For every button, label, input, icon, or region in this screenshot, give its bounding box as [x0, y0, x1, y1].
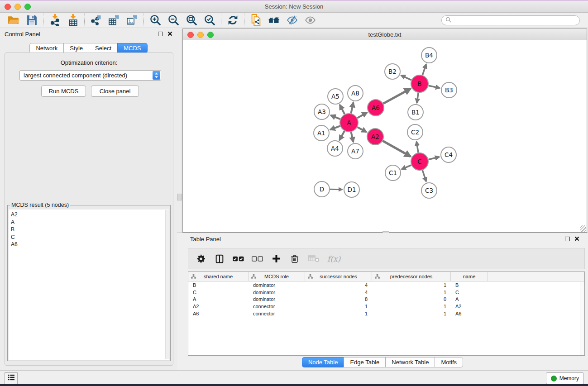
- close-panel-icon[interactable]: [167, 31, 172, 38]
- task-history-button[interactable]: [5, 372, 18, 384]
- home-view-icon[interactable]: [265, 13, 283, 28]
- node-B4[interactable]: B4: [421, 48, 437, 63]
- tab-edge-table[interactable]: Edge Table: [344, 357, 386, 367]
- show-panel-icon[interactable]: [301, 13, 319, 28]
- search-box[interactable]: [441, 15, 580, 25]
- tab-motifs[interactable]: Motifs: [435, 357, 463, 367]
- edge-A-A8[interactable]: [351, 103, 353, 114]
- edge-B-B2[interactable]: [401, 76, 411, 80]
- node-A6[interactable]: A6: [368, 100, 384, 116]
- result-list-item[interactable]: A: [11, 219, 169, 226]
- column-visibility-icon[interactable]: [214, 254, 225, 264]
- edge-C-C4[interactable]: [428, 157, 439, 160]
- save-session-icon[interactable]: [23, 13, 41, 28]
- import-table-icon[interactable]: [64, 13, 82, 28]
- mcds-result-list[interactable]: A2ABCA6: [9, 210, 169, 360]
- edge-A6-B[interactable]: [383, 89, 411, 104]
- edge-A-A7[interactable]: [351, 132, 354, 142]
- node-C3[interactable]: C3: [421, 183, 437, 198]
- edge-C-C3[interactable]: [422, 170, 426, 181]
- tab-mcds[interactable]: MCDS: [117, 43, 147, 53]
- refresh-layout-icon[interactable]: [224, 13, 242, 28]
- node-A2[interactable]: A2: [367, 129, 383, 145]
- zoom-selected-icon[interactable]: [201, 13, 219, 28]
- memory-button[interactable]: Memory: [546, 372, 584, 384]
- node-B[interactable]: B: [411, 75, 428, 92]
- node-A7[interactable]: A7: [348, 143, 363, 159]
- deselect-all-rows-icon[interactable]: [252, 256, 263, 262]
- edge-C-C1[interactable]: [402, 165, 411, 169]
- node-A3[interactable]: A3: [314, 104, 330, 119]
- table-row[interactable]: A6connector11A6: [188, 310, 584, 317]
- tab-network[interactable]: Network: [29, 43, 64, 53]
- import-network-icon[interactable]: [46, 13, 64, 28]
- search-input[interactable]: [451, 16, 579, 24]
- zoom-in-icon[interactable]: [146, 13, 164, 28]
- result-list-item[interactable]: C: [11, 234, 169, 241]
- table-settings-icon[interactable]: [196, 254, 206, 264]
- edge-A-A4[interactable]: [339, 131, 344, 140]
- float-table-panel-icon[interactable]: [565, 237, 570, 241]
- table-row[interactable]: Bdominator41B: [188, 281, 584, 289]
- node-A[interactable]: A: [340, 114, 358, 132]
- tab-node-table[interactable]: Node Table: [302, 357, 344, 367]
- export-table-icon[interactable]: [105, 13, 123, 28]
- node-D[interactable]: D: [314, 181, 330, 197]
- resize-grip[interactable]: [580, 225, 586, 232]
- table-row[interactable]: Adominator80A: [188, 296, 584, 303]
- hide-panel-icon[interactable]: [283, 13, 301, 28]
- add-column-icon[interactable]: [271, 254, 282, 263]
- result-scrollbar[interactable]: [165, 210, 169, 359]
- run-mcds-button[interactable]: Run MCDS: [41, 86, 86, 97]
- node-B1[interactable]: B1: [408, 105, 423, 120]
- open-session-icon[interactable]: [5, 13, 23, 28]
- vertical-splitter-grip[interactable]: [177, 194, 182, 200]
- tab-select[interactable]: Select: [89, 43, 118, 53]
- edge-A-A3[interactable]: [330, 115, 340, 119]
- edge-A-A5[interactable]: [340, 105, 345, 114]
- node-A1[interactable]: A1: [314, 125, 329, 141]
- float-panel-icon[interactable]: [158, 32, 163, 36]
- zoom-out-icon[interactable]: [164, 13, 182, 28]
- edge-B-B4[interactable]: [422, 64, 426, 75]
- table-row[interactable]: A2connector11A2: [188, 303, 584, 310]
- node-B3[interactable]: B3: [441, 82, 457, 98]
- close-table-panel-icon[interactable]: [574, 236, 579, 243]
- result-list-item[interactable]: A2: [11, 211, 169, 219]
- delete-column-icon[interactable]: [289, 254, 300, 264]
- table-scrollbar[interactable]: [580, 281, 584, 355]
- node-D1[interactable]: D1: [344, 182, 359, 197]
- column-header-mcds-role[interactable]: MCDS role: [249, 272, 305, 281]
- edge-B-B1[interactable]: [417, 93, 418, 103]
- edge-A-A6[interactable]: [357, 113, 367, 118]
- result-list-item[interactable]: B: [11, 226, 169, 234]
- node-B2[interactable]: B2: [385, 64, 400, 79]
- node-C2[interactable]: C2: [407, 124, 423, 140]
- select-all-rows-icon[interactable]: [233, 256, 244, 262]
- export-network-icon[interactable]: [87, 13, 105, 28]
- edge-A-A1[interactable]: [330, 126, 340, 129]
- edge-A-A2[interactable]: [358, 127, 367, 132]
- node-A5[interactable]: A5: [328, 89, 343, 104]
- node-A4[interactable]: A4: [327, 141, 343, 156]
- export-image-icon[interactable]: [123, 13, 141, 28]
- edge-C-C2[interactable]: [416, 142, 418, 152]
- tab-network-table[interactable]: Network Table: [385, 357, 435, 367]
- edge-A2-C[interactable]: [383, 141, 411, 156]
- column-header-successor-nodes[interactable]: successor nodes: [305, 272, 372, 281]
- criterion-dropdown[interactable]: largest connected component (directed): [19, 70, 161, 81]
- column-header-name[interactable]: name: [451, 272, 488, 281]
- edge-B-B3[interactable]: [429, 86, 440, 88]
- node-C[interactable]: C: [411, 153, 428, 170]
- column-header-predecessor-nodes[interactable]: predecessor nodes: [372, 272, 451, 281]
- result-list-item[interactable]: A6: [11, 241, 169, 248]
- node-C4[interactable]: C4: [441, 147, 456, 162]
- node-A8[interactable]: A8: [348, 86, 363, 101]
- node-C1[interactable]: C1: [385, 165, 401, 181]
- close-panel-button[interactable]: Close panel: [91, 86, 139, 97]
- column-header-shared-name[interactable]: shared name: [188, 272, 249, 281]
- network-canvas[interactable]: B4B2BB3A8A5A6A3B1AC2A1A2A4A7C4CC1C3DD1: [183, 40, 587, 232]
- table-row[interactable]: Cdominator41C: [188, 289, 584, 296]
- clone-network-icon[interactable]: [247, 13, 265, 28]
- tab-style[interactable]: Style: [63, 43, 89, 53]
